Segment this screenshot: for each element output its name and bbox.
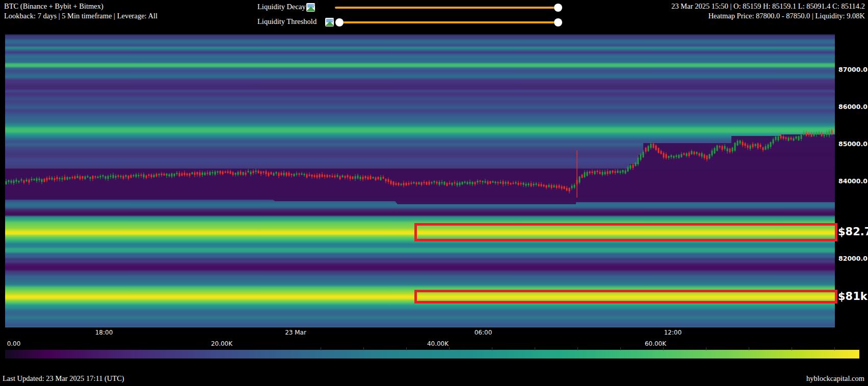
heatmap-chart[interactable] xyxy=(5,34,835,327)
liquidity-level-box xyxy=(414,290,837,304)
colorbar-minor-tick xyxy=(577,347,578,350)
colorbar-minor-tick xyxy=(406,347,407,350)
colorbar-minor-tick xyxy=(363,347,364,350)
price-tick-label: 82000.0 xyxy=(838,255,868,262)
slider-handle[interactable] xyxy=(554,4,562,12)
time-tick-label: 18:00 xyxy=(81,329,127,336)
symbol-title: BTC (Binance + Bybit + Bitmex) xyxy=(4,2,157,11)
liquidity-threshold-label: Liquidity Threshold xyxy=(257,17,317,26)
price-tick-label: 86000.0 xyxy=(838,103,868,111)
time-tick-label: 12:00 xyxy=(650,329,696,336)
header-right: 23 Mar 2025 15:50 | O: 85159 H: 85159.1 … xyxy=(671,2,865,21)
price-tick-label: 85000.0 xyxy=(838,140,868,148)
colorbar-minor-tick xyxy=(449,347,450,350)
app-window: BTC (Binance + Bybit + Bitmex) Lookback:… xyxy=(0,0,868,386)
colorbar-tick-label: 20.00K xyxy=(199,340,245,347)
slider-handle[interactable] xyxy=(554,18,562,26)
time-tick-label: 23 Mar xyxy=(273,329,319,336)
slider-handle[interactable] xyxy=(335,18,344,26)
liquidity-threshold-slider[interactable] xyxy=(338,21,559,23)
colorbar-minor-tick xyxy=(321,347,321,350)
liquidity-colorbar xyxy=(5,350,859,359)
colorbar-minor-tick xyxy=(749,347,749,350)
liquidity-level-label: $82.7k xyxy=(838,226,868,238)
colorbar-minor-tick xyxy=(492,347,492,350)
time-tick-label: 06:00 xyxy=(460,329,506,336)
ohlc-readout: 23 Mar 2025 15:50 | O: 85159 H: 85159.1 … xyxy=(671,2,865,11)
liquidity-level-label: $81k xyxy=(838,290,867,302)
colorbar-minor-tick xyxy=(706,347,706,350)
colorbar-tick-label: 0.00 xyxy=(0,340,37,347)
colorbar-tick-label: 40.00K xyxy=(415,340,461,347)
colorbar-minor-tick xyxy=(663,347,664,350)
lookback-settings: Lookback: 7 days | 5 Min timeframe | Lev… xyxy=(4,11,157,21)
site-watermark: hyblockcapital.com xyxy=(806,374,864,383)
price-tick-label: 84000.0 xyxy=(838,177,868,185)
last-updated-text: Last Updated: 23 Mar 2025 17:11 (UTC) xyxy=(3,374,124,383)
colorbar-minor-tick xyxy=(535,347,535,350)
colorbar-minor-tick xyxy=(834,347,835,350)
price-tick-label: 87000.0 xyxy=(838,66,868,73)
liquidity-decay-label: Liquidity Decay xyxy=(257,3,306,11)
heatmap-hover-readout: Heatmap Price: 87800.0 - 87850.0 | Liqui… xyxy=(671,11,865,21)
colorbar-minor-tick xyxy=(792,347,792,350)
colorbar-minor-tick xyxy=(620,347,621,350)
image-icon[interactable] xyxy=(325,18,334,26)
image-icon[interactable] xyxy=(306,3,315,12)
liquidity-level-box xyxy=(414,223,837,241)
colorbar-tick-label: 60.00K xyxy=(633,340,678,347)
header-left: BTC (Binance + Bybit + Bitmex) Lookback:… xyxy=(4,2,157,21)
liquidity-decay-slider[interactable] xyxy=(335,7,559,9)
